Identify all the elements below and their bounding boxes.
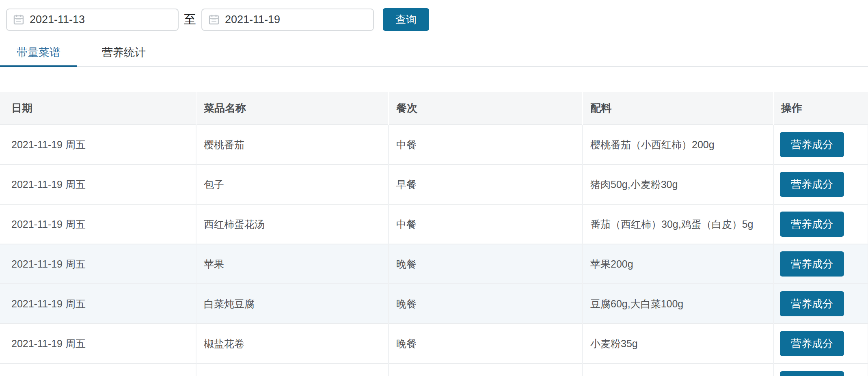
date-cell: 2021-11-19 周五 <box>0 244 196 284</box>
ingredients-cell: 番茄（西红柿）30g,鸡蛋（白皮）5g <box>583 204 773 244</box>
nutrition-button[interactable]: 营养成分 <box>780 331 844 356</box>
dish-cell: 椒盐花卷 <box>196 324 389 363</box>
action-cell: 营养成分 <box>773 164 868 204</box>
end-date-value: 2021-11-19 <box>225 13 280 26</box>
dish-cell: 西红柿蛋花汤 <box>196 204 389 244</box>
date-cell: 2021-11-19 周五 <box>0 125 196 164</box>
nutrition-button[interactable]: 营养成分 <box>780 212 844 237</box>
action-cell: 营养成分 <box>773 363 868 376</box>
table-row: 2021-11-19 周五樱桃番茄中餐樱桃番茄（小西红柿）200g营养成分 <box>0 125 868 164</box>
ingredients-cell: 樱桃番茄（小西红柿）200g <box>583 125 773 164</box>
meal-cell: 早餐 <box>389 164 583 204</box>
date-range-toolbar: 2021-11-13 至 2021-11-19 查询 <box>0 0 868 31</box>
calendar-icon <box>13 14 24 25</box>
date-cell <box>0 363 196 376</box>
nutrition-button[interactable]: 营养成分 <box>780 371 844 376</box>
page: 2021-11-13 至 2021-11-19 查询 带量菜谱 营养统计 <box>0 0 868 376</box>
ingredients-cell <box>583 363 773 376</box>
start-date-input[interactable]: 2021-11-13 <box>6 9 179 31</box>
meal-cell: 晚餐 <box>389 244 583 284</box>
table-row: 2021-11-19 周五白菜炖豆腐晚餐豆腐60g,大白菜100g营养成分 <box>0 284 868 324</box>
tab-bar: 带量菜谱 营养统计 <box>0 46 868 67</box>
tab-daily-menu[interactable]: 带量菜谱 <box>0 46 77 67</box>
nutrition-button[interactable]: 营养成分 <box>780 132 844 157</box>
table-row: 2021-11-19 周五西红柿蛋花汤中餐番茄（西红柿）30g,鸡蛋（白皮）5g… <box>0 204 868 244</box>
end-date-input[interactable]: 2021-11-19 <box>201 9 374 31</box>
meal-cell: 晚餐 <box>389 324 583 363</box>
nutrition-button[interactable]: 营养成分 <box>780 172 844 197</box>
query-button[interactable]: 查询 <box>383 8 429 31</box>
dish-cell: 苹果 <box>196 244 389 284</box>
action-cell: 营养成分 <box>773 284 868 324</box>
table-row: 2021-11-19 周五苹果晚餐苹果200g营养成分 <box>0 244 868 284</box>
ingredients-cell: 苹果200g <box>583 244 773 284</box>
dish-cell: 樱桃番茄 <box>196 125 389 164</box>
date-cell: 2021-11-19 周五 <box>0 324 196 363</box>
meal-cell: 中餐 <box>389 125 583 164</box>
table-header-row: 日期 菜品名称 餐次 配料 操作 <box>0 92 868 125</box>
action-cell: 营养成分 <box>773 204 868 244</box>
ingredients-cell: 小麦粉35g <box>583 324 773 363</box>
table-row: 2021-11-19 周五椒盐花卷晚餐小麦粉35g营养成分 <box>0 324 868 363</box>
table-row: 2021-11-19 周五包子早餐猪肉50g,小麦粉30g营养成分 <box>0 164 868 204</box>
table-row: 营养成分 <box>0 363 868 376</box>
column-header-ingredients: 配料 <box>583 92 773 125</box>
column-header-meal: 餐次 <box>389 92 583 125</box>
action-cell: 营养成分 <box>773 324 868 363</box>
action-cell: 营养成分 <box>773 244 868 284</box>
column-header-action: 操作 <box>773 92 868 125</box>
calendar-icon <box>209 14 219 25</box>
column-header-date: 日期 <box>0 92 196 125</box>
date-range-separator: 至 <box>184 11 196 28</box>
dish-cell: 包子 <box>196 164 389 204</box>
meal-cell: 中餐 <box>389 204 583 244</box>
date-cell: 2021-11-19 周五 <box>0 204 196 244</box>
meal-cell: 晚餐 <box>389 284 583 324</box>
start-date-value: 2021-11-13 <box>30 13 85 26</box>
dish-cell: 白菜炖豆腐 <box>196 284 389 324</box>
tab-nutrition-stats[interactable]: 营养统计 <box>85 46 162 67</box>
ingredients-cell: 猪肉50g,小麦粉30g <box>583 164 773 204</box>
menu-table: 日期 菜品名称 餐次 配料 操作 2021-11-19 周五樱桃番茄中餐樱桃番茄… <box>0 92 868 376</box>
date-cell: 2021-11-19 周五 <box>0 284 196 324</box>
action-cell: 营养成分 <box>773 125 868 164</box>
dish-cell <box>196 363 389 376</box>
ingredients-cell: 豆腐60g,大白菜100g <box>583 284 773 324</box>
nutrition-button[interactable]: 营养成分 <box>780 251 844 277</box>
meal-cell <box>389 363 583 376</box>
nutrition-button[interactable]: 营养成分 <box>780 291 844 316</box>
column-header-dish: 菜品名称 <box>196 92 389 125</box>
date-cell: 2021-11-19 周五 <box>0 164 196 204</box>
